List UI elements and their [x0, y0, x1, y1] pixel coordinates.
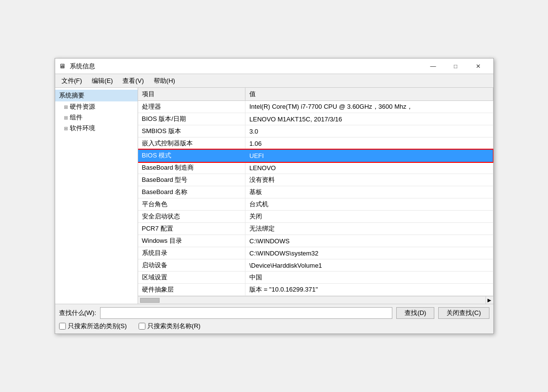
table-row[interactable]: PCR7 配置无法绑定 [138, 223, 493, 235]
table-row[interactable]: BIOS 版本/日期LENOVO M1AKT15C, 2017/3/16 [138, 113, 493, 125]
menu-file[interactable]: 文件(F) [57, 75, 87, 87]
table-row[interactable]: BaseBoard 型号没有资料 [138, 174, 493, 186]
tree-item-components[interactable]: ⊞ 组件 [55, 112, 138, 123]
table-cell-key: Windows 目录 [138, 235, 245, 247]
table-cell-key: 启动设备 [138, 259, 245, 272]
table-row[interactable]: 硬件抽象层版本 = "10.0.16299.371" [138, 284, 493, 296]
table-cell-value: 没有资料 [245, 174, 493, 186]
right-panel: 项目 值 处理器Intel(R) Core(TM) i7-7700 CPU @ … [138, 88, 493, 304]
menu-view[interactable]: 查看(V) [118, 75, 148, 87]
table-cell-value: 基板 [245, 186, 493, 198]
table-cell-value: C:\WINDOWS [245, 235, 493, 247]
h-scroll-thumb[interactable] [140, 298, 160, 303]
table-cell-key: PCR7 配置 [138, 223, 245, 235]
table-row[interactable]: 区域设置中国 [138, 272, 493, 284]
table-cell-key: 区域设置 [138, 272, 245, 284]
col-header-value: 值 [245, 88, 493, 101]
window-title: 系统信息 [70, 62, 95, 71]
search-label: 查找什么(W): [59, 309, 97, 317]
checkbox-category-name-input[interactable] [139, 323, 145, 330]
table-cell-key: 嵌入式控制器版本 [138, 137, 245, 150]
table-row[interactable]: 处理器Intel(R) Core(TM) i7-7700 CPU @ 3.60G… [138, 101, 493, 113]
search-row: 查找什么(W): 查找(D) 关闭查找(C) [59, 307, 489, 319]
table-cell-key: 处理器 [138, 101, 245, 113]
close-button[interactable]: ✕ [467, 59, 489, 73]
menu-help[interactable]: 帮助(H) [149, 75, 180, 87]
col-header-key: 项目 [138, 88, 245, 101]
minimize-button[interactable]: — [422, 59, 445, 73]
tree-item-hardware[interactable]: ⊞ 硬件资源 [55, 101, 138, 112]
table-cell-key: SMBIOS 版本 [138, 125, 245, 137]
checkbox-selected-category[interactable]: 只搜索所选的类别(S) [59, 322, 127, 331]
table-cell-key: 安全启动状态 [138, 211, 245, 223]
tree-root-label: 系统摘要 [59, 91, 84, 100]
table-cell-key: 系统目录 [138, 247, 245, 259]
h-scroll-right[interactable]: ▶ [486, 296, 493, 304]
tree-label-hardware: 硬件资源 [70, 102, 95, 111]
main-content: 系统摘要 ⊞ 硬件资源 ⊞ 组件 ⊞ 软件环境 项目 [55, 88, 493, 304]
table-row[interactable]: BaseBoard 制造商LENOVO [138, 162, 493, 174]
table-row[interactable]: 安全启动状态关闭 [138, 211, 493, 223]
table-cell-value: 1.06 [245, 137, 493, 150]
table-cell-value: Intel(R) Core(TM) i7-7700 CPU @ 3.60GHz，… [245, 101, 493, 113]
table-row[interactable]: 嵌入式控制器版本1.06 [138, 137, 493, 150]
info-table: 项目 值 处理器Intel(R) Core(TM) i7-7700 CPU @ … [138, 88, 493, 296]
expand-icon-hardware: ⊞ [64, 104, 68, 110]
table-row[interactable]: BIOS 模式UEFI [138, 150, 493, 162]
menu-bar: 文件(F) 编辑(E) 查看(V) 帮助(H) [55, 74, 493, 88]
table-cell-key: 硬件抽象层 [138, 284, 245, 296]
tree-label-software: 软件环境 [70, 124, 95, 133]
table-cell-key: BIOS 模式 [138, 150, 245, 162]
left-panel: 系统摘要 ⊞ 硬件资源 ⊞ 组件 ⊞ 软件环境 [55, 88, 138, 304]
app-icon: 🖥 [59, 62, 67, 70]
table-cell-key: BaseBoard 制造商 [138, 162, 245, 174]
title-bar: 🖥 系统信息 — □ ✕ [55, 59, 493, 74]
table-cell-value: 中国 [245, 272, 493, 284]
table-cell-value: LENOVO [245, 162, 493, 174]
table-cell-value: 关闭 [245, 211, 493, 223]
menu-edit[interactable]: 编辑(E) [87, 75, 117, 87]
table-cell-key: 平台角色 [138, 198, 245, 211]
table-row[interactable]: Windows 目录C:\WINDOWS [138, 235, 493, 247]
bottom-bar: 查找什么(W): 查找(D) 关闭查找(C) 只搜索所选的类别(S) 只搜索类别… [55, 304, 493, 333]
main-window: 🖥 系统信息 — □ ✕ 文件(F) 编辑(E) 查看(V) 帮助(H) 系统摘… [55, 58, 494, 334]
table-cell-value: 版本 = "10.0.16299.371" [245, 284, 493, 296]
table-cell-key: BaseBoard 名称 [138, 186, 245, 198]
table-row[interactable]: 启动设备\Device\HarddiskVolume1 [138, 259, 493, 272]
table-row[interactable]: SMBIOS 版本3.0 [138, 125, 493, 137]
table-cell-value: C:\WINDOWS\system32 [245, 247, 493, 259]
expand-icon-software: ⊞ [64, 126, 68, 131]
checkbox-category-name-label: 只搜索类别名称(R) [147, 322, 201, 331]
find-button[interactable]: 查找(D) [396, 307, 434, 319]
search-input[interactable] [100, 307, 392, 319]
table-cell-value: LENOVO M1AKT15C, 2017/3/16 [245, 113, 493, 125]
data-table[interactable]: 项目 值 处理器Intel(R) Core(TM) i7-7700 CPU @ … [138, 88, 493, 296]
horizontal-scrollbar[interactable]: ▶ [138, 296, 493, 304]
maximize-button[interactable]: □ [445, 59, 467, 73]
tree-label-components: 组件 [70, 113, 82, 122]
table-cell-value: 无法绑定 [245, 223, 493, 235]
checkbox-selected-category-input[interactable] [59, 323, 66, 330]
tree-item-software[interactable]: ⊞ 软件环境 [55, 123, 138, 134]
title-bar-left: 🖥 系统信息 [59, 62, 95, 71]
checkbox-selected-category-label: 只搜索所选的类别(S) [68, 322, 127, 331]
table-cell-value: \Device\HarddiskVolume1 [245, 259, 493, 272]
checkbox-category-name[interactable]: 只搜索类别名称(R) [139, 322, 201, 331]
title-controls: — □ ✕ [422, 59, 489, 73]
table-cell-key: BaseBoard 型号 [138, 174, 245, 186]
close-find-button[interactable]: 关闭查找(C) [438, 307, 489, 319]
checkbox-row: 只搜索所选的类别(S) 只搜索类别名称(R) [59, 322, 489, 331]
table-cell-value: 台式机 [245, 198, 493, 211]
tree-root-summary[interactable]: 系统摘要 [55, 90, 138, 101]
table-cell-value: UEFI [245, 150, 493, 162]
expand-icon-components: ⊞ [64, 115, 68, 120]
table-row[interactable]: 平台角色台式机 [138, 198, 493, 211]
table-cell-value: 3.0 [245, 125, 493, 137]
table-cell-key: BIOS 版本/日期 [138, 113, 245, 125]
table-row[interactable]: BaseBoard 名称基板 [138, 186, 493, 198]
table-row[interactable]: 系统目录C:\WINDOWS\system32 [138, 247, 493, 259]
